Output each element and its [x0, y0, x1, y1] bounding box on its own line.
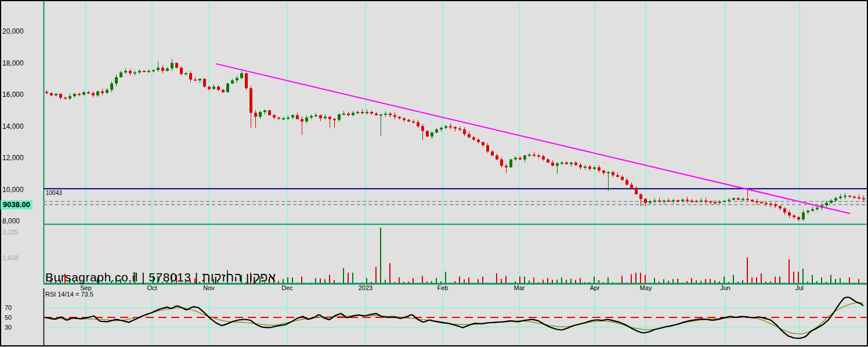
price-tick-label: 8,000 [2, 217, 20, 225]
month-label: Jul [795, 284, 804, 291]
month-label: 2023 [359, 284, 372, 291]
watermark: Bursagraph.co.il | 578013 | אפקון החזקות [45, 270, 276, 284]
month-label: Jun [720, 284, 730, 291]
month-label: Nov [203, 284, 215, 291]
chart-area[interactable]: 20,00018,00016,00014,00012,00010,0008,00… [0, 0, 868, 347]
month-label: Feb [437, 284, 449, 291]
last-price-tag: 9038.00 [1, 200, 32, 209]
rsi-tick-label: 30 [5, 324, 12, 331]
price-tick-label: 16,000 [2, 91, 24, 99]
month-label: May [640, 284, 652, 291]
volume-tick-label: 1,618 [2, 254, 19, 261]
price-tick-label: 20,000 [2, 27, 24, 35]
rsi-tick-label: 70 [5, 304, 12, 311]
price-tick-label: 10,000 [2, 186, 24, 194]
volume-tick-label: 3,235 [2, 229, 19, 236]
price-tick-label: 18,000 [2, 59, 24, 67]
month-label: Apr [589, 284, 599, 291]
bursagraph-chart-window: 20,00018,00016,00014,00012,00010,0008,00… [0, 0, 868, 347]
rsi-tick-label: 50 [5, 314, 12, 321]
rsi-indicator-label: RSI 14/14 = 73.5 [45, 291, 93, 298]
month-label: Dec [281, 284, 293, 291]
month-label: Mar [514, 284, 525, 291]
resistance-level-label: 10043 [46, 190, 62, 196]
month-label: Oct [147, 284, 157, 291]
price-tick-label: 12,000 [2, 154, 24, 162]
price-tick-label: 14,000 [2, 122, 24, 131]
